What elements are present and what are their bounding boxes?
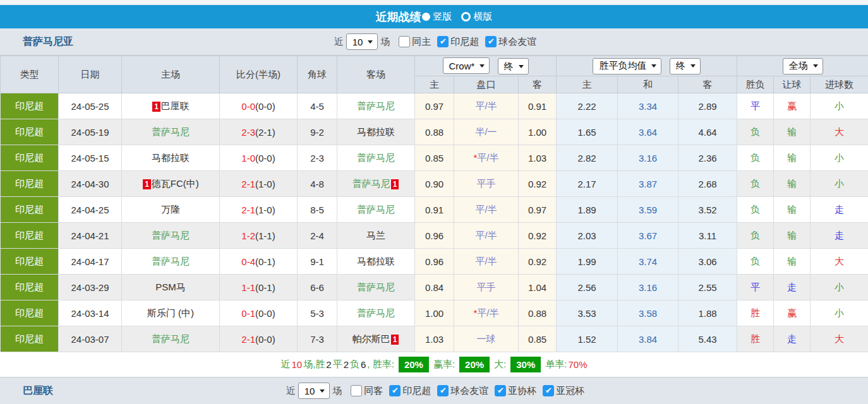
summary-row: 近10场,胜2平2负6, 胜率:20%赢率:20%大:30%单率:70% xyxy=(0,352,868,377)
match-scope-select[interactable]: 全场 xyxy=(783,58,823,74)
team-link[interactable]: 马都拉联 xyxy=(152,152,190,163)
wdl-avg-select[interactable]: 胜平负均值 xyxy=(593,58,661,74)
filter-checkbox[interactable]: ✔ xyxy=(389,385,401,396)
avg-draw-cell: 3.16 xyxy=(618,145,678,171)
goals-result-cell: 大 xyxy=(811,249,868,275)
avg-home-cell: 1.99 xyxy=(557,249,618,275)
filter-checkbox[interactable] xyxy=(399,36,410,47)
red-1-badge: 1 xyxy=(391,179,399,189)
team-link[interactable]: 马兰 xyxy=(366,230,385,241)
chevron-down-icon xyxy=(651,64,656,68)
horizontal-layout-label[interactable]: 横版 xyxy=(474,11,493,23)
filter-label[interactable]: 球会友谊 xyxy=(450,385,488,397)
score-cell: 0-0(0-0) xyxy=(220,93,298,119)
home-team-cell: 1德瓦FC(中) xyxy=(122,171,220,197)
odds-stage-select[interactable]: 终 xyxy=(498,58,529,74)
sub-col-handicap-result: 让球 xyxy=(774,76,811,93)
filter-label[interactable]: 球会友谊 xyxy=(498,36,536,48)
bookmaker-select[interactable]: Crow* xyxy=(443,57,490,74)
team-link[interactable]: 普萨马尼 xyxy=(357,282,395,292)
match-count-select[interactable]: 10 xyxy=(298,383,330,399)
team-link[interactable]: 普萨马尼 xyxy=(152,230,190,241)
filter-checkbox[interactable] xyxy=(351,385,362,396)
filter-label[interactable]: 同主 xyxy=(412,36,431,48)
away-team-cell: 帕尔斯巴1 xyxy=(337,326,415,352)
page: 近期战绩 竖版 横版 普萨马尼亚 近10场同主✔印尼超✔球会友谊 类型 日期 主… xyxy=(0,0,868,404)
handicap-value: 平/半 xyxy=(475,256,497,266)
team-link[interactable]: 万隆 xyxy=(161,204,180,215)
corners-cell: 5-3 xyxy=(298,300,337,326)
summary-text: 单率: xyxy=(545,359,567,371)
team-link[interactable]: PSM马 xyxy=(155,282,186,292)
league-badge: 印尼超 xyxy=(1,249,59,275)
home-team-name[interactable]: 普萨马尼亚 xyxy=(23,35,73,49)
half-time-score: (0-0) xyxy=(255,334,275,345)
filter-checkbox[interactable]: ✔ xyxy=(437,36,449,47)
avg-stage-select[interactable]: 终 xyxy=(670,58,701,74)
vertical-layout-label[interactable]: 竖版 xyxy=(433,11,452,23)
near-label: 近 xyxy=(286,385,296,397)
avg-home-cell: 1.65 xyxy=(557,119,618,145)
title-bar: 近期战绩 竖版 横版 xyxy=(0,5,868,28)
home-team-cell: 普萨马尼 xyxy=(122,326,220,352)
filter-label[interactable]: 印尼超 xyxy=(450,36,479,48)
match-count-select[interactable]: 10 xyxy=(346,33,378,50)
filter-label[interactable]: 亚冠杯 xyxy=(556,385,584,397)
score-cell: 2-1(0-0) xyxy=(220,326,298,352)
filter-label[interactable]: 印尼超 xyxy=(402,385,431,397)
summary-text: 负 xyxy=(350,359,359,371)
team-link[interactable]: 普萨马尼 xyxy=(353,178,390,189)
avg-home-cell: 1.52 xyxy=(557,326,618,352)
col-score: 比分(半场) xyxy=(220,56,298,93)
score-cell: 0-1(0-0) xyxy=(220,300,298,326)
horizontal-layout-radio[interactable] xyxy=(461,12,471,21)
away-team-cell: 马都拉联 xyxy=(337,249,415,275)
summary-text: 10 xyxy=(291,359,302,370)
home-team-cell: 普萨马尼 xyxy=(122,223,220,249)
filter-checkbox[interactable]: ✔ xyxy=(485,36,497,47)
table-row: 印尼超24-04-25万隆2-1(1-0)8-5普萨马尼0.91平/半0.971… xyxy=(1,197,868,223)
home-team-cell: PSM马 xyxy=(122,275,220,300)
field-label: 场 xyxy=(332,385,342,397)
team-link[interactable]: 普萨马尼 xyxy=(357,307,395,318)
goals-result-cell: 大 xyxy=(811,326,868,352)
team-link[interactable]: 巴厘联 xyxy=(161,100,190,111)
red-1-badge: 1 xyxy=(152,102,160,112)
filter-label[interactable]: 亚协杯 xyxy=(508,385,536,397)
recent-results-table: 类型 日期 主场 比分(半场) 角球 客场 Crow* 终 胜平负均值 终 全场 xyxy=(0,56,868,352)
sub-col-avg-home: 主 xyxy=(557,76,618,93)
away-team-cell: 普萨马尼 xyxy=(337,275,415,300)
league-badge: 印尼超 xyxy=(1,197,59,223)
score-cell: 2-3(2-1) xyxy=(220,119,298,145)
team-link[interactable]: 普萨马尼 xyxy=(152,256,190,266)
vertical-layout-radio[interactable] xyxy=(422,13,430,21)
summary-text: , 胜率: xyxy=(367,359,394,371)
wdl-result-cell: 平 xyxy=(737,275,774,300)
away-team-name[interactable]: 巴厘联 xyxy=(23,384,53,398)
filter-checkbox[interactable]: ✔ xyxy=(437,385,449,396)
full-time-score: 0-0 xyxy=(241,101,255,112)
team-link[interactable]: 普萨马尼 xyxy=(357,100,395,111)
handicap-result-cell: 输 xyxy=(774,249,811,275)
handicap-result-cell: 输 xyxy=(774,119,811,145)
date-cell: 24-04-17 xyxy=(59,249,122,275)
league-badge: 印尼超 xyxy=(1,223,59,249)
team-link[interactable]: 帕尔斯巴 xyxy=(353,333,390,344)
team-link[interactable]: 普萨马尼 xyxy=(357,152,395,163)
handicap-value: 平手 xyxy=(477,282,496,292)
field-label: 场 xyxy=(380,36,390,48)
filter-label[interactable]: 同客 xyxy=(364,385,383,397)
team-link[interactable]: 普萨马尼 xyxy=(152,333,190,344)
team-link[interactable]: 普萨马尼 xyxy=(357,204,395,215)
filter-checkbox[interactable]: ✔ xyxy=(495,385,506,396)
team-link[interactable]: 德瓦FC(中) xyxy=(152,178,199,189)
team-link[interactable]: 马都拉联 xyxy=(357,126,395,137)
team-link[interactable]: 马都拉联 xyxy=(357,256,395,266)
rate-badge: 20% xyxy=(459,357,490,372)
home-team-cell: 马都拉联 xyxy=(122,145,220,171)
team-link[interactable]: 普萨马尼 xyxy=(152,126,190,137)
avg-draw-cell: 3.16 xyxy=(618,275,678,300)
filter-checkbox[interactable]: ✔ xyxy=(543,385,554,396)
avg-away-cell: 5.43 xyxy=(678,326,737,352)
team-link[interactable]: 斯乐门 (中) xyxy=(147,307,194,318)
